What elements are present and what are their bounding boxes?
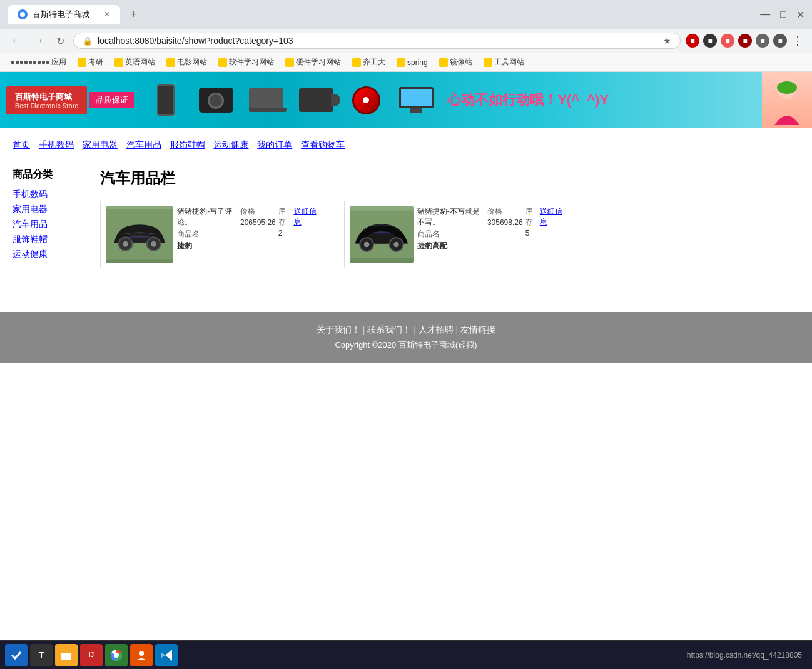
browser-titlebar: 百斯特电子商城 ✕ + — □ ✕ — [0, 0, 812, 29]
price-val-1: 206595.26 — [240, 218, 276, 227]
footer-link-contact[interactable]: 联系我们！ — [367, 324, 411, 334]
svg-point-7 — [151, 241, 156, 247]
footer-separator-3: | — [456, 324, 459, 334]
url-box[interactable]: 🔒 localhost:8080/baisite/showProduct?cat… — [73, 33, 681, 49]
banner-logo-cn: 百斯特电子商城 — [15, 91, 78, 103]
lock-icon: 🔒 — [83, 36, 93, 46]
product-stock-col-1: 库存 2 — [278, 206, 292, 238]
product-info-col-1: 猪猪捷豹-写了评论。 商品名 捷豹 — [177, 206, 238, 251]
footer-link-jobs[interactable]: 人才招聘 — [419, 324, 454, 334]
sidebar-item-auto[interactable]: 汽车用品 — [13, 219, 88, 230]
nav-appliances[interactable]: 家用电器 — [83, 139, 118, 149]
bookmark-label: spring — [407, 58, 428, 67]
banner-slogan: 心动不如行动哦！Y(^_^)Y — [447, 91, 609, 109]
banner-quality-badge: 品质保证 — [89, 92, 134, 108]
bookmark-apps[interactable]: 应用 — [8, 56, 70, 69]
detail-link-2[interactable]: 送细信息 — [540, 206, 564, 228]
banner-logo: 百斯特电子商城 Best Electronic Store — [6, 86, 87, 114]
sidebar-item-clothing[interactable]: 服饰鞋帽 — [13, 234, 88, 245]
bookmark-qigongda[interactable]: 齐工大 — [348, 56, 389, 69]
sidebar-item-appliances[interactable]: 家用电器 — [13, 204, 88, 215]
url-text: localhost:8080/baisite/showProduct?categ… — [98, 36, 658, 46]
product-seller-2: 猪猪捷豹-不写就是不写。 — [417, 206, 485, 228]
bookmark-english[interactable]: 英语网站 — [111, 56, 159, 69]
footer-links: 关于我们！ | 联系我们！ | 人才招聘 | 友情链接 — [13, 324, 799, 336]
more-options-icon[interactable]: ⋮ — [791, 34, 804, 48]
bookmark-label: 软件学习网站 — [229, 57, 274, 68]
site-footer: 关于我们！ | 联系我们！ | 人才招聘 | 友情链接 Copyright ©2… — [0, 312, 812, 363]
extension-icons: ■ ■ ■ ■ ■ ■ ⋮ — [686, 34, 804, 48]
nav-myorders[interactable]: 我的订单 — [257, 139, 292, 149]
svg-point-2 — [777, 81, 797, 94]
nav-cart[interactable]: 查看购物车 — [301, 139, 345, 149]
banner-disc-icon — [347, 81, 385, 119]
bookmark-label: 硬件学习网站 — [296, 57, 341, 68]
bookmark-hardware[interactable]: 硬件学习网站 — [282, 56, 345, 69]
nav-mobile[interactable]: 手机数码 — [39, 139, 74, 149]
bookmark-label: 电影网站 — [177, 57, 207, 68]
nav-clothing[interactable]: 服饰鞋帽 — [170, 139, 205, 149]
bookmark-icon — [78, 58, 86, 67]
product-card-1: 猪猪捷豹-写了评论。 商品名 捷豹 价格 206595.26 库存 2 — [100, 201, 325, 268]
banner: 百斯特电子商城 Best Electronic Store 品质保证 — [0, 72, 812, 128]
bookmark-label: 齐工大 — [363, 57, 385, 68]
svg-point-12 — [393, 242, 398, 247]
minimize-button[interactable]: — — [760, 9, 770, 21]
ext-puzzle-icon[interactable]: ■ — [756, 34, 769, 48]
bookmark-icon — [397, 58, 405, 67]
bookmark-icon — [218, 58, 227, 67]
banner-phone-icon — [147, 81, 185, 119]
bookmark-icon — [166, 58, 175, 67]
bookmark-label: 镜像站 — [450, 57, 472, 68]
close-button[interactable]: ✕ — [796, 9, 804, 21]
maximize-button[interactable]: □ — [780, 9, 786, 21]
bookmark-mirror[interactable]: 镜像站 — [435, 56, 476, 69]
reload-button[interactable]: ↻ — [53, 34, 68, 48]
ext-icon-2[interactable]: ■ — [703, 34, 717, 48]
nav-auto[interactable]: 汽车用品 — [126, 139, 161, 149]
sidebar: 商品分类 手机数码 家用电器 汽车用品 服饰鞋帽 运动健康 — [13, 168, 88, 268]
ext-icon-1[interactable]: ■ — [686, 34, 699, 48]
detail-link-1[interactable]: 送细信息 — [294, 206, 320, 228]
product-name-label-2: 商品名 — [417, 229, 485, 239]
bookmark-tools[interactable]: 工具网站 — [480, 56, 528, 69]
sidebar-item-mobile[interactable]: 手机数码 — [13, 189, 88, 200]
footer-copyright: Copyright ©2020 百斯特电子商城(虚拟) — [13, 340, 799, 351]
bookmark-icon — [285, 58, 294, 67]
product-details-1: 猪猪捷豹-写了评论。 商品名 捷豹 价格 206595.26 库存 2 — [177, 206, 320, 251]
bookmark-movie[interactable]: 电影网站 — [163, 56, 211, 69]
product-card-2: 猪猪捷豹-不写就是不写。 商品名 捷豹高配 价格 305698.26 库存 5 — [344, 201, 569, 268]
bookmark-label: 英语网站 — [125, 57, 155, 68]
sidebar-item-sports[interactable]: 运动健康 — [13, 249, 88, 260]
product-detail-col-1: 送细信息 — [294, 206, 320, 228]
footer-link-about[interactable]: 关于我们！ — [317, 324, 360, 334]
back-button[interactable]: ← — [8, 34, 25, 48]
nav-sports[interactable]: 运动健康 — [213, 139, 248, 149]
forward-button[interactable]: → — [30, 34, 48, 48]
banner-person-image — [762, 72, 812, 128]
product-seller-1: 猪猪捷豹-写了评论。 — [177, 206, 238, 228]
product-image-1 — [106, 206, 173, 263]
ext-user-icon[interactable]: ■ — [773, 34, 787, 48]
stock-val-2: 5 — [525, 229, 537, 238]
product-info-col-2: 猪猪捷豹-不写就是不写。 商品名 捷豹高配 — [417, 206, 485, 251]
product-stock-col-2: 库存 5 — [525, 206, 537, 238]
product-name-val-2: 捷豹高配 — [417, 241, 485, 251]
browser-frame: 百斯特电子商城 ✕ + — □ ✕ ← → ↻ 🔒 localhost:8080… — [0, 0, 812, 72]
new-tab-button[interactable]: + — [125, 7, 142, 23]
tab-close-button[interactable]: ✕ — [104, 10, 110, 19]
bookmark-spring[interactable]: spring — [393, 57, 432, 68]
nav-home[interactable]: 首页 — [13, 139, 30, 149]
footer-link-partners[interactable]: 友情链接 — [460, 324, 495, 334]
apps-grid-icon — [11, 61, 49, 64]
bookmark-kaoyan[interactable]: 考研 — [74, 56, 107, 69]
browser-tab[interactable]: 百斯特电子商城 ✕ — [8, 5, 120, 24]
footer-separator-2: | — [414, 324, 416, 334]
bookmark-icon — [114, 58, 123, 67]
ext-icon-3[interactable]: ■ — [721, 34, 734, 48]
bookmark-label: 考研 — [88, 57, 103, 68]
bookmark-software[interactable]: 软件学习网站 — [215, 56, 278, 69]
bookmark-star-icon[interactable]: ★ — [663, 36, 671, 46]
banner-camcorder-icon — [297, 81, 335, 119]
ext-icon-4[interactable]: ■ — [738, 34, 752, 48]
